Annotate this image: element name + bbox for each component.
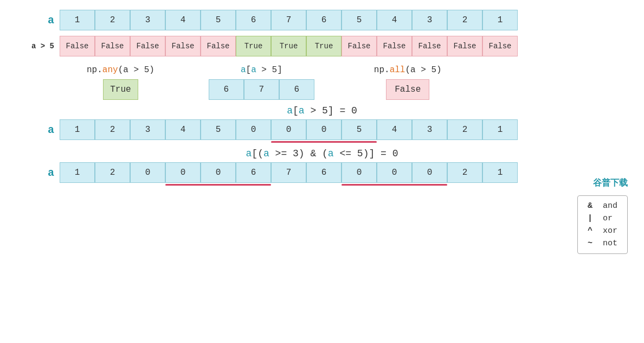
op-not-row: ~ not — [588, 239, 617, 248]
az-cell-2: 3 — [130, 119, 165, 140]
af-cell-8: 0 — [342, 162, 377, 183]
bool-cell-9: False — [377, 36, 412, 56]
af-cell-5: 6 — [236, 162, 271, 183]
az-cell-8: 5 — [342, 119, 377, 140]
underline2-container — [95, 184, 628, 186]
a-cells: 1 2 3 4 5 6 7 6 5 4 3 2 1 — [60, 10, 518, 30]
op-xor-row: ^ xor — [588, 226, 617, 236]
npall-label: np.all(a > 5) — [374, 65, 442, 75]
op-not-sym: ~ — [588, 239, 603, 248]
underline2a — [165, 184, 271, 186]
bool-cell-3: False — [165, 36, 201, 56]
assign1-label: a[a > 5] = 0 — [16, 105, 628, 116]
az-cell-4: 5 — [201, 119, 236, 140]
cell-a-5: 6 — [236, 10, 271, 30]
bool-cell-11: False — [447, 36, 482, 56]
a-label: a — [16, 14, 54, 27]
bool-cell-2: False — [130, 36, 165, 56]
a-zero-cells: 1 2 3 4 5 0 0 0 5 4 3 2 1 — [60, 119, 518, 140]
watermark: 谷普下载 — [593, 177, 628, 189]
az-cell-7: 0 — [306, 119, 342, 140]
op-and-sym: & — [588, 201, 603, 211]
bool-array-row: a > 5 False False False False False True… — [16, 36, 628, 56]
bool-cell-10: False — [412, 36, 447, 56]
op-and-row: & and — [588, 201, 617, 211]
bool-cell-1: False — [95, 36, 130, 56]
cell-a-12: 1 — [482, 10, 518, 30]
filter-cell-0: 6 — [209, 79, 244, 100]
cell-a-3: 4 — [165, 10, 201, 30]
af-cell-7: 6 — [306, 162, 342, 183]
op-and-word: and — [603, 201, 617, 211]
npany-result: True — [103, 79, 138, 100]
operator-table: & and | or ^ xor ~ not — [577, 195, 628, 254]
op-or-word: or — [603, 214, 613, 223]
af-cell-11: 2 — [447, 162, 482, 183]
cell-a-8: 5 — [342, 10, 377, 30]
az-cell-12: 1 — [482, 119, 518, 140]
underline1-container — [95, 141, 628, 143]
cell-a-10: 3 — [412, 10, 447, 30]
npany-block: np.any(a > 5) True — [87, 65, 154, 100]
op-or-row: | or — [588, 214, 617, 223]
af-cell-3: 0 — [165, 162, 201, 183]
af-cell-1: 2 — [95, 162, 130, 183]
cell-a-6: 7 — [271, 10, 306, 30]
bool-cell-8: False — [342, 36, 377, 56]
op-or-sym: | — [588, 214, 603, 223]
a-final-cells: 1 2 0 0 0 6 7 6 0 0 0 2 1 — [60, 162, 518, 183]
main-container: a 1 2 3 4 5 6 7 6 5 4 3 2 1 a > 5 False … — [0, 0, 644, 195]
az-cell-3: 4 — [165, 119, 201, 140]
middle-section: np.any(a > 5) True a[a > 5] 6 7 6 np.all… — [87, 65, 628, 100]
a-zero-label: a — [16, 124, 54, 136]
filter-cell-1: 7 — [244, 79, 279, 100]
az-cell-5: 0 — [236, 119, 271, 140]
az-cell-9: 4 — [377, 119, 412, 140]
af-cell-0: 1 — [60, 162, 95, 183]
op-xor-word: xor — [603, 226, 617, 236]
underline1 — [271, 141, 377, 143]
bool-label: a > 5 — [16, 42, 54, 50]
cell-a-0: 1 — [60, 10, 95, 30]
cell-a-7: 6 — [306, 10, 342, 30]
az-cell-6: 0 — [271, 119, 306, 140]
af-cell-6: 7 — [271, 162, 306, 183]
cell-a-2: 3 — [130, 10, 165, 30]
npany-label: np.any(a > 5) — [87, 65, 154, 75]
az-cell-10: 3 — [412, 119, 447, 140]
bool-cell-7: True — [306, 36, 342, 56]
op-not-word: not — [603, 239, 617, 248]
npall-block: np.all(a > 5) False — [374, 65, 442, 100]
bool-cell-0: False — [60, 36, 95, 56]
bool-cell-4: False — [201, 36, 236, 56]
cell-a-1: 2 — [95, 10, 130, 30]
a-final-label: a — [16, 167, 54, 179]
az-cell-1: 2 — [95, 119, 130, 140]
cell-a-9: 4 — [377, 10, 412, 30]
filter-label: a[a > 5] — [241, 65, 282, 75]
bool-cell-12: False — [482, 36, 518, 56]
az-cell-0: 1 — [60, 119, 95, 140]
a-zero-row: a 1 2 3 4 5 0 0 0 5 4 3 2 1 — [16, 119, 628, 140]
filter-block: a[a > 5] 6 7 6 — [209, 65, 314, 100]
filter-cells: 6 7 6 — [209, 79, 314, 100]
af-cell-12: 1 — [482, 162, 518, 183]
af-cell-9: 0 — [377, 162, 412, 183]
a-final-row: a 1 2 0 0 0 6 7 6 0 0 0 2 1 — [16, 162, 628, 183]
op-xor-sym: ^ — [588, 226, 603, 236]
bool-cell-6: True — [271, 36, 306, 56]
bool-cell-5: True — [236, 36, 271, 56]
npall-result: False — [386, 79, 429, 100]
az-cell-11: 2 — [447, 119, 482, 140]
underline2b — [342, 184, 447, 186]
af-cell-4: 0 — [201, 162, 236, 183]
assign2-label: a[(a >= 3) & (a <= 5)] = 0 — [16, 148, 628, 159]
cell-a-11: 2 — [447, 10, 482, 30]
af-cell-10: 0 — [412, 162, 447, 183]
bool-cells: False False False False False True True … — [60, 36, 518, 56]
cell-a-4: 5 — [201, 10, 236, 30]
a-array-row: a 1 2 3 4 5 6 7 6 5 4 3 2 1 — [16, 10, 628, 30]
af-cell-2: 0 — [130, 162, 165, 183]
filter-cell-2: 6 — [279, 79, 314, 100]
